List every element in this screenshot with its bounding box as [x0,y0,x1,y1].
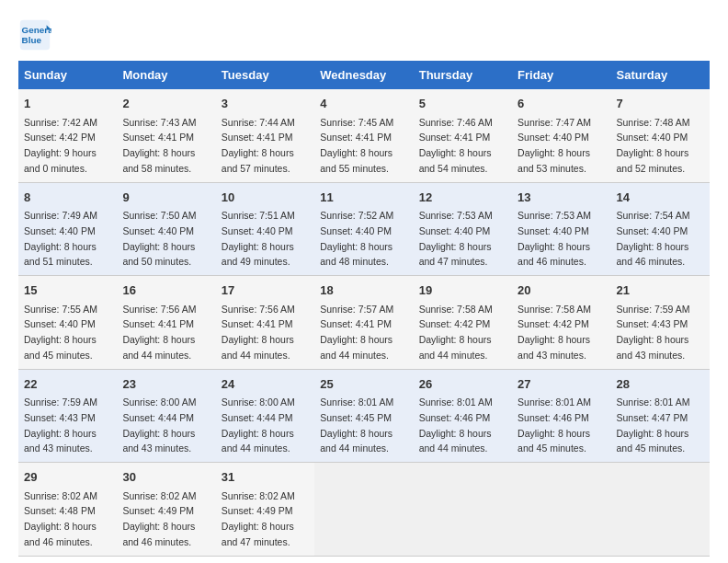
day-number: 1 [24,95,111,113]
day-cell: 18Sunrise: 7:57 AMSunset: 4:41 PMDayligh… [314,276,413,370]
day-cell: 31Sunrise: 8:02 AMSunset: 4:49 PMDayligh… [216,463,314,557]
daylight-hours: Daylight: 8 hours and 48 minutes. [320,241,392,268]
sunrise-time: Sunrise: 8:00 AM [122,396,196,408]
sunrise-time: Sunrise: 7:58 AM [419,304,493,315]
day-cell: 10Sunrise: 7:51 AMSunset: 4:40 PMDayligh… [216,182,314,276]
sunrise-time: Sunrise: 8:01 AM [617,396,690,408]
day-number: 6 [518,95,605,113]
day-number: 8 [24,189,111,207]
day-cell: 1Sunrise: 7:42 AMSunset: 4:42 PMDaylight… [18,89,117,182]
day-number: 22 [24,375,111,394]
sunset-time: Sunset: 4:49 PM [122,505,194,516]
col-header-tuesday: Tuesday [216,61,314,89]
sunset-time: Sunset: 4:40 PM [320,225,392,236]
daylight-hours: Daylight: 8 hours and 45 minutes. [24,334,97,361]
day-number: 4 [320,95,407,113]
day-cell: 12Sunrise: 7:53 AMSunset: 4:40 PMDayligh… [414,182,512,276]
col-header-wednesday: Wednesday [314,61,413,89]
day-number: 31 [222,468,309,487]
daylight-hours: Daylight: 8 hours and 51 minutes. [24,241,97,268]
daylight-hours: Daylight: 8 hours and 53 minutes. [518,147,590,174]
sunset-time: Sunset: 4:41 PM [320,132,392,143]
daylight-hours: Daylight: 8 hours and 43 minutes. [24,428,97,454]
sunrise-time: Sunrise: 7:56 AM [122,304,196,315]
day-number: 5 [419,95,506,113]
sunset-time: Sunset: 4:45 PM [320,412,392,423]
day-cell: 16Sunrise: 7:56 AMSunset: 4:41 PMDayligh… [117,276,215,370]
day-number: 10 [222,189,309,207]
sunrise-time: Sunrise: 7:44 AM [222,117,295,128]
week-row-3: 15Sunrise: 7:55 AMSunset: 4:40 PMDayligh… [18,276,710,370]
day-number: 14 [617,189,704,207]
sunrise-time: Sunrise: 7:53 AM [518,210,591,221]
sunrise-time: Sunrise: 8:01 AM [419,396,493,408]
sunset-time: Sunset: 4:44 PM [222,412,293,423]
sunrise-time: Sunrise: 8:02 AM [222,490,295,501]
day-number: 18 [320,282,407,300]
sunrise-time: Sunrise: 7:53 AM [419,210,493,221]
sunset-time: Sunset: 4:43 PM [617,318,688,329]
day-number: 3 [222,95,309,113]
week-row-5: 29Sunrise: 8:02 AMSunset: 4:48 PMDayligh… [18,463,710,557]
sunrise-time: Sunrise: 8:02 AM [122,490,196,501]
daylight-hours: Daylight: 8 hours and 55 minutes. [320,147,392,174]
daylight-hours: Daylight: 8 hours and 47 minutes. [419,241,492,268]
daylight-hours: Daylight: 8 hours and 44 minutes. [419,428,492,454]
day-number: 19 [419,282,506,300]
day-cell: 5Sunrise: 7:46 AMSunset: 4:41 PMDaylight… [414,89,512,182]
sunrise-time: Sunrise: 7:59 AM [617,304,690,315]
logo-icon: General Blue [18,18,51,52]
svg-text:Blue: Blue [22,35,42,45]
day-cell: 7Sunrise: 7:48 AMSunset: 4:40 PMDaylight… [611,89,710,182]
week-row-2: 8Sunrise: 7:49 AMSunset: 4:40 PMDaylight… [18,182,710,276]
sunset-time: Sunset: 4:42 PM [518,318,589,329]
day-number: 27 [518,375,605,394]
day-cell: 9Sunrise: 7:50 AMSunset: 4:40 PMDaylight… [117,182,215,276]
sunrise-time: Sunrise: 8:02 AM [24,490,97,501]
day-number: 7 [617,95,704,113]
sunrise-time: Sunrise: 7:46 AM [419,117,493,128]
day-cell: 3Sunrise: 7:44 AMSunset: 4:41 PMDaylight… [216,89,314,182]
daylight-hours: Daylight: 8 hours and 44 minutes. [222,428,294,454]
day-cell: 15Sunrise: 7:55 AMSunset: 4:40 PMDayligh… [18,276,117,370]
sunset-time: Sunset: 4:40 PM [24,225,96,236]
sunset-time: Sunset: 4:40 PM [24,318,96,329]
sunrise-time: Sunrise: 7:48 AM [617,117,690,128]
day-cell: 21Sunrise: 7:59 AMSunset: 4:43 PMDayligh… [611,276,710,370]
day-number: 9 [122,189,210,207]
day-number: 20 [518,282,605,300]
daylight-hours: Daylight: 8 hours and 46 minutes. [518,241,590,268]
day-number: 26 [419,375,506,394]
sunset-time: Sunset: 4:44 PM [122,412,194,423]
day-number: 16 [122,282,210,300]
col-header-monday: Monday [117,61,215,89]
day-cell: 2Sunrise: 7:43 AMSunset: 4:41 PMDaylight… [117,89,215,182]
daylight-hours: Daylight: 8 hours and 44 minutes. [320,334,392,361]
col-header-saturday: Saturday [611,61,710,89]
calendar-table: SundayMondayTuesdayWednesdayThursdayFrid… [18,61,710,557]
daylight-hours: Daylight: 8 hours and 43 minutes. [617,334,689,361]
daylight-hours: Daylight: 8 hours and 50 minutes. [122,241,195,268]
sunset-time: Sunset: 4:42 PM [419,318,491,329]
col-header-sunday: Sunday [18,61,117,89]
day-number: 13 [518,189,605,207]
sunrise-time: Sunrise: 8:01 AM [518,396,591,408]
col-header-friday: Friday [512,61,610,89]
day-cell: 20Sunrise: 7:58 AMSunset: 4:42 PMDayligh… [512,276,610,370]
sunset-time: Sunset: 4:41 PM [222,318,293,329]
sunset-time: Sunset: 4:40 PM [518,132,589,143]
sunrise-time: Sunrise: 7:45 AM [320,117,393,128]
day-cell: 24Sunrise: 8:00 AMSunset: 4:44 PMDayligh… [216,369,314,463]
day-cell: 19Sunrise: 7:58 AMSunset: 4:42 PMDayligh… [414,276,512,370]
day-cell [512,463,610,557]
sunrise-time: Sunrise: 7:52 AM [320,210,393,221]
sunset-time: Sunset: 4:41 PM [222,132,293,143]
sunset-time: Sunset: 4:40 PM [222,225,293,236]
daylight-hours: Daylight: 9 hours and 0 minutes. [24,147,97,174]
sunrise-time: Sunrise: 7:54 AM [617,210,690,221]
day-cell [611,463,710,557]
day-cell: 23Sunrise: 8:00 AMSunset: 4:44 PMDayligh… [117,369,215,463]
daylight-hours: Daylight: 8 hours and 49 minutes. [222,241,294,268]
sunrise-time: Sunrise: 8:01 AM [320,396,393,408]
header-row: SundayMondayTuesdayWednesdayThursdayFrid… [18,61,710,89]
